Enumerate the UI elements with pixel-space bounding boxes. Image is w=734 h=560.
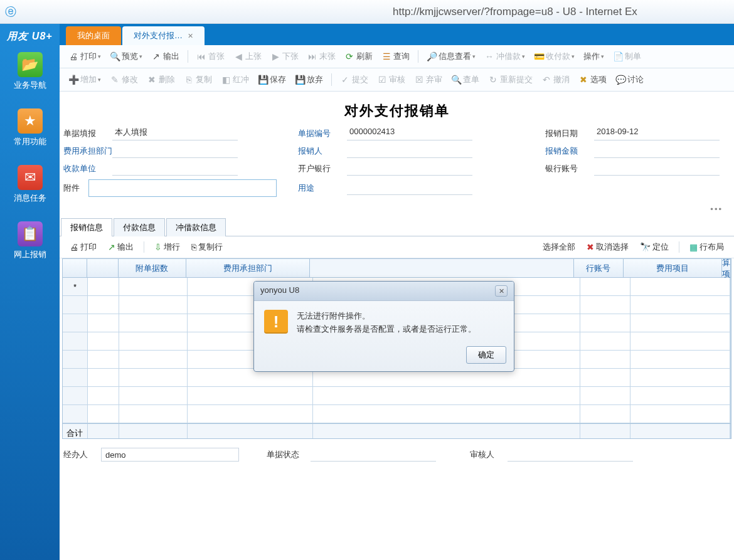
grid-footer: 合计 (63, 423, 731, 439)
field-label-dept: 费用承担部门 (63, 145, 112, 157)
col-header-dept[interactable]: 费用承担部门 (186, 259, 310, 277)
grid-cell[interactable] (580, 278, 630, 295)
grid-selectall-button[interactable]: 选择全部 (539, 240, 579, 254)
footer-label: 合计 (63, 424, 88, 439)
col-header-expense-item[interactable]: 费用项目 (624, 259, 722, 277)
browser-titlebar: ⓔ http://kmjjcwserver/?frompage=u8 - U8 … (0, 0, 734, 24)
subtab-offset-info[interactable]: 冲借款信息 (166, 218, 226, 236)
copy-button[interactable]: ⎘复制 (180, 72, 216, 87)
grid-locate-button[interactable]: 🔭定位 (636, 240, 673, 254)
save-button[interactable]: 💾保存 (254, 72, 290, 87)
edit-icon: ✎ (110, 75, 120, 85)
print-button[interactable]: 🖨打印▾ (65, 49, 105, 64)
copy-icon: ⎘ (184, 75, 194, 85)
grid-copyrow-button[interactable]: ⎘复制行 (188, 240, 226, 254)
unaudit-icon: ☒ (414, 75, 424, 85)
payment-icon: 💳 (534, 51, 544, 61)
discuss-button[interactable]: 💬讨论 (612, 72, 647, 87)
audit-button[interactable]: ☑审核 (373, 72, 409, 87)
grid-unselect-button[interactable]: ✖取消选择 (583, 240, 632, 254)
col-header-blank[interactable] (87, 259, 118, 277)
chongjiekuan-button[interactable]: ↔冲借款▾ (481, 49, 529, 64)
makebill-button[interactable]: 📄制单 (609, 49, 645, 64)
col-header-rownum[interactable] (63, 259, 87, 277)
export-button[interactable]: ↗输出 (147, 49, 183, 64)
grid-layout-button[interactable]: ▦行布局 (686, 240, 728, 254)
grid-cell[interactable] (88, 278, 119, 295)
close-icon[interactable]: ✕ (188, 32, 193, 40)
field-value-handler[interactable]: demo (101, 448, 239, 462)
next-button[interactable]: ▶下张 (267, 49, 302, 64)
submit-icon: ✓ (340, 75, 350, 85)
grid-cell[interactable] (730, 278, 731, 295)
tab-desktop[interactable]: 我的桌面 (66, 26, 121, 45)
delete-button[interactable]: ✖删除 (143, 72, 179, 87)
field-value-bank[interactable] (347, 162, 472, 176)
field-value-account[interactable] (594, 162, 720, 176)
prev-button[interactable]: ◀上张 (230, 49, 265, 64)
dialog-title: yonyou U8 (260, 285, 299, 297)
view-icon: 🔍 (451, 75, 461, 85)
grid-row[interactable] (63, 405, 731, 423)
field-label-usage: 用途 (298, 182, 347, 194)
copyrow-icon: ⎘ (191, 242, 196, 252)
bill-icon: 📄 (613, 51, 623, 61)
ok-button[interactable]: 确定 (466, 346, 506, 364)
abandon-icon: 💾 (295, 75, 305, 85)
field-value-dept[interactable] (112, 144, 238, 158)
subtab-payment-info[interactable]: 付款信息 (114, 218, 165, 236)
refresh-button[interactable]: ⟳刷新 (341, 49, 376, 64)
last-button[interactable]: ⏭末张 (304, 49, 339, 64)
dialog-titlebar[interactable]: yonyou U8 ✕ (254, 282, 514, 301)
field-value-payee[interactable] (112, 162, 238, 176)
field-label-auditor: 审核人 (470, 449, 508, 460)
sidebar-item-online-expense[interactable]: 📋 网上报销 (14, 221, 46, 260)
operate-button[interactable]: 操作▾ (580, 49, 608, 64)
grid-print-button[interactable]: 🖨打印 (66, 240, 100, 254)
field-label-bank: 开户银行 (298, 163, 347, 174)
field-value-billfill: 本人填报 (112, 127, 238, 140)
grid-row[interactable] (63, 387, 731, 405)
discuss-icon: 💬 (615, 75, 625, 85)
export-icon: ↗ (151, 51, 161, 61)
submit-button[interactable]: ✓提交 (336, 72, 372, 87)
close-icon[interactable]: ✕ (495, 285, 508, 297)
sidebar-item-common-func[interactable]: ★ 常用功能 (14, 108, 46, 147)
grid-cell[interactable] (119, 278, 188, 295)
hongchong-button[interactable]: ◧红冲 (217, 72, 253, 87)
query-button[interactable]: ☰查询 (378, 49, 413, 64)
grid-header: 附单据数 费用承担部门 行账号 费用项目 预算项目 (63, 259, 731, 278)
attachment-input[interactable] (88, 179, 277, 197)
field-value-date[interactable]: 2018-09-12 (594, 127, 720, 140)
subtab-expense-info[interactable]: 报销信息 (61, 218, 112, 236)
abandon-button[interactable]: 💾放弃 (291, 72, 327, 87)
chadan-button[interactable]: 🔍查单 (447, 72, 483, 87)
shoufukuan-button[interactable]: 💳收付款▾ (530, 49, 578, 64)
resubmit-icon: ↻ (488, 75, 498, 85)
infoquery-button[interactable]: 🔎信息查看▾ (423, 49, 479, 64)
unaudit-button[interactable]: ☒弃审 (410, 72, 446, 87)
field-value-person[interactable] (347, 144, 472, 158)
options-button[interactable]: ✖选项 (575, 72, 610, 87)
field-value-usage[interactable] (347, 181, 472, 195)
col-header-hidden[interactable] (310, 259, 574, 277)
edit-button[interactable]: ✎修改 (106, 72, 142, 87)
col-header-budget-item[interactable]: 预算项目 (722, 259, 731, 277)
field-value-amount[interactable] (594, 144, 720, 158)
col-header-attachcount[interactable]: 附单据数 (119, 259, 186, 277)
col-header-account[interactable]: 行账号 (574, 259, 624, 277)
grid-cell[interactable] (630, 278, 730, 295)
field-label-person: 报销人 (298, 145, 347, 157)
grid-export-button[interactable]: ↗输出 (104, 240, 137, 254)
sidebar-item-message-task[interactable]: ✉ 消息任务 (14, 165, 46, 204)
cancelop-button[interactable]: ↶撤消 (538, 72, 573, 87)
resubmit-button[interactable]: ↻重新提交 (484, 72, 536, 87)
grid-addrow-button[interactable]: ⇩增行 (151, 240, 184, 254)
grid-toolbar: 🖨打印 ↗输出 ⇩增行 ⎘复制行 选择全部 ✖取消选择 🔭定位 ▦行布局 (60, 236, 734, 258)
sidebar-item-business-nav[interactable]: 📂 业务导航 (14, 52, 46, 91)
separator (679, 241, 679, 253)
first-button[interactable]: ⏮首张 (193, 49, 228, 64)
preview-button[interactable]: 🔍预览▾ (106, 49, 146, 64)
add-button[interactable]: ➕增加▾ (65, 72, 105, 87)
tab-external-payment[interactable]: 对外支付报…✕ (122, 26, 205, 45)
